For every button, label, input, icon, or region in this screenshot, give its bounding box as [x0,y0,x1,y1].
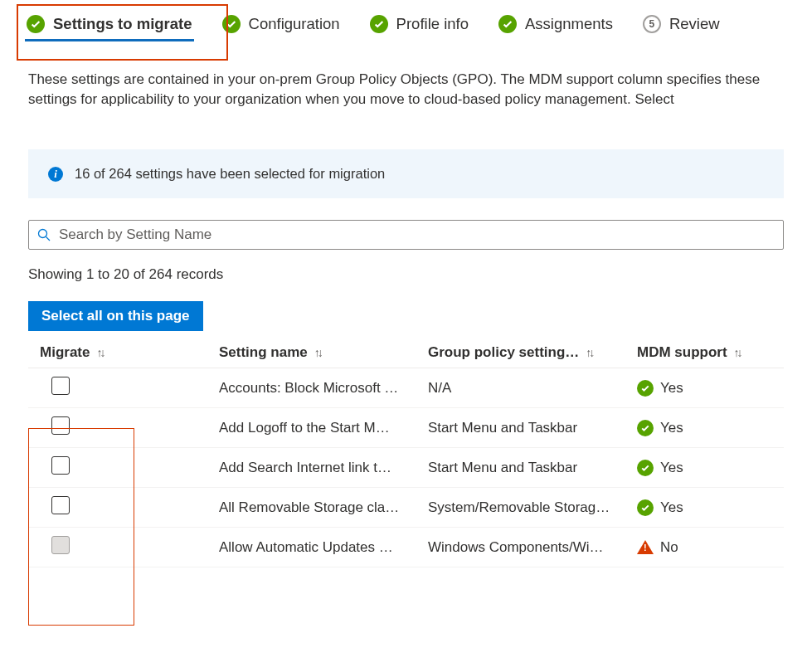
search-input[interactable] [57,226,775,244]
table-row: Allow Automatic Updates …Windows Compone… [28,528,784,567]
table-body: Accounts: Block Microsoft …N/AYesAdd Log… [28,368,784,567]
search-field-wrap[interactable] [28,220,784,250]
cell-setting-name: All Removable Storage cla… [219,499,428,516]
sort-icon: ↑↓ [96,346,103,359]
cell-migrate [28,416,219,439]
step-number-icon: 5 [643,15,661,33]
tab-label: Settings to migrate [53,15,192,33]
cell-setting-name: Allow Automatic Updates … [219,539,428,556]
table-header: Migrate ↑↓ Setting name ↑↓ Group policy … [28,338,784,368]
cell-mdm-support: Yes [637,499,784,516]
mdm-support-value: Yes [660,499,683,516]
sort-icon: ↑↓ [586,346,592,359]
cell-migrate [28,536,219,558]
mdm-support-value: Yes [660,460,683,476]
migrate-checkbox[interactable] [51,377,70,395]
svg-point-0 [39,230,47,238]
col-header-label: Setting name [219,344,308,361]
tab-label: Assignments [525,15,613,33]
cell-mdm-support: Yes [637,380,784,397]
mdm-support-value: Yes [660,420,683,436]
cell-setting-name: Add Search Internet link t… [219,460,428,476]
check-icon [637,499,654,516]
tab-label: Review [669,15,720,33]
cell-group-policy: Start Menu and Taskbar [428,420,637,436]
tab-label: Configuration [249,15,340,33]
migrate-checkbox[interactable] [51,456,70,475]
check-icon [498,15,517,33]
tab-configuration[interactable]: Configuration [219,8,343,41]
cell-group-policy: N/A [428,380,637,397]
check-icon [637,380,654,397]
check-icon [222,15,241,33]
cell-setting-name: Accounts: Block Microsoft … [219,380,428,397]
cell-migrate [28,377,219,399]
cell-migrate [28,496,219,519]
cell-group-policy: Windows Components/Wi… [428,539,637,556]
mdm-support-value: Yes [660,380,683,397]
tab-settings-to-migrate[interactable]: Settings to migrate [23,8,196,41]
description-text: These settings are contained in your on-… [28,70,784,110]
tab-review[interactable]: 5 Review [639,8,723,41]
cell-migrate [28,456,219,479]
check-icon [370,15,388,33]
table-row: Add Search Internet link t…Start Menu an… [28,448,784,488]
tab-profile-info[interactable]: Profile info [367,8,472,41]
col-header-migrate[interactable]: Migrate ↑↓ [28,344,219,361]
select-all-button[interactable]: Select all on this page [28,301,203,331]
sort-icon: ↑↓ [314,346,321,359]
svg-line-1 [46,237,51,241]
col-header-group-policy[interactable]: Group policy setting… ↑↓ [428,344,637,361]
check-icon [637,420,654,436]
check-icon [27,15,45,33]
showing-records-text: Showing 1 to 20 of 264 records [28,266,784,283]
info-banner-text: 16 of 264 settings have been selected fo… [75,166,385,182]
migrate-checkbox[interactable] [51,496,70,514]
cell-group-policy: Start Menu and Taskbar [428,460,637,476]
content-area: These settings are contained in your on-… [0,46,807,567]
col-header-label: Migrate [40,344,90,361]
cell-group-policy: System/Removable Storag… [428,499,637,516]
table-row: Accounts: Block Microsoft …N/AYes [28,368,784,408]
col-header-label: Group policy setting… [428,344,579,361]
table-row: Add Logoff to the Start M…Start Menu and… [28,408,784,448]
migrate-checkbox [51,536,70,554]
cell-mdm-support: No [637,539,784,556]
migrate-checkbox[interactable] [51,416,70,435]
cell-mdm-support: Yes [637,460,784,476]
col-header-label: MDM support [637,344,727,361]
table-row: All Removable Storage cla…System/Removab… [28,488,784,528]
col-header-setting-name[interactable]: Setting name ↑↓ [219,344,428,361]
cell-mdm-support: Yes [637,420,784,436]
tab-assignments[interactable]: Assignments [495,8,616,41]
tab-label: Profile info [396,15,469,33]
info-banner: i 16 of 264 settings have been selected … [28,149,784,198]
search-icon [37,228,51,241]
cell-setting-name: Add Logoff to the Start M… [219,420,428,436]
check-icon [637,460,654,476]
info-icon: i [48,167,63,182]
sort-icon: ↑↓ [734,346,741,359]
wizard-tabs: Settings to migrate Configuration Profil… [0,0,807,46]
settings-table: Migrate ↑↓ Setting name ↑↓ Group policy … [28,338,784,567]
col-header-mdm-support[interactable]: MDM support ↑↓ [637,344,784,361]
mdm-support-value: No [660,539,678,556]
warning-icon [637,540,654,554]
